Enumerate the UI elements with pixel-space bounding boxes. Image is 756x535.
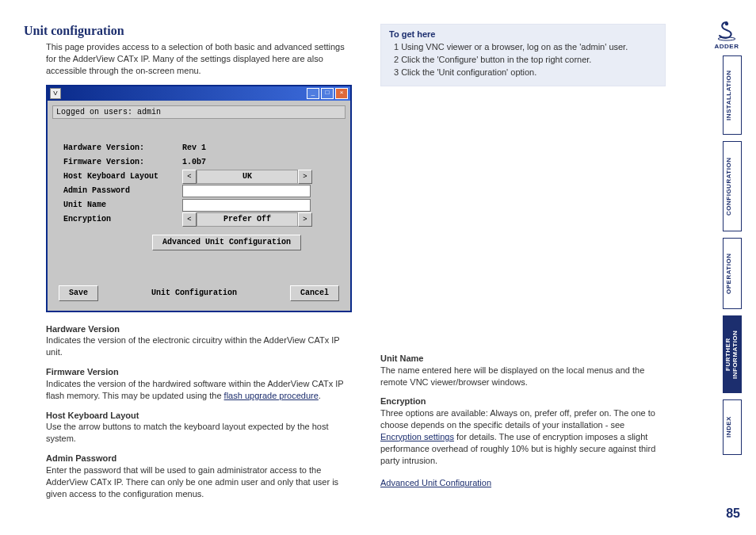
close-button[interactable]: ×: [335, 88, 348, 99]
hw-version-label: Hardware Version:: [63, 143, 182, 152]
nav-further-a: FURTHER: [724, 338, 731, 371]
step-2: 2 Click the 'Configure' button in the to…: [394, 54, 657, 67]
enc-next-button[interactable]: >: [298, 212, 312, 227]
intro-text: This page provides access to a selection…: [46, 41, 357, 77]
pw-desc-heading: Admin Password: [46, 453, 357, 464]
cancel-button[interactable]: Cancel: [290, 285, 339, 301]
nav-further-information[interactable]: FURTHERINFORMATION: [723, 315, 742, 393]
unit-name-desc-heading: Unit Name: [380, 353, 666, 365]
kb-layout-label: Host Keyboard Layout: [63, 172, 182, 181]
step-3: 3 Click the 'Unit configuration' option.: [394, 67, 657, 79]
hw-desc-text: Indicates the version of the electronic …: [46, 334, 357, 358]
save-button[interactable]: Save: [59, 285, 98, 301]
encryption-desc-heading: Encryption: [380, 396, 666, 407]
kb-prev-button[interactable]: <: [182, 170, 197, 184]
fw-version-label: Firmware Version:: [63, 158, 182, 166]
kb-next-button[interactable]: >: [298, 170, 312, 184]
fw-desc-text: Indicates the version of the hardwired s…: [46, 378, 357, 402]
brand-text: ADDER: [708, 43, 745, 50]
svg-point-0: [725, 22, 728, 25]
config-window: V _ □ × Logged on users: admin Hardware …: [46, 85, 352, 312]
hw-version-value: Rev 1: [182, 143, 206, 152]
unit-name-label: Unit Name: [63, 201, 182, 209]
nav-installation[interactable]: INSTALLATION: [723, 55, 742, 135]
fw-desc-text-2: .: [319, 391, 321, 400]
encryption-settings-link[interactable]: Encryption settings: [380, 432, 454, 441]
side-nav: INSTALLATION CONFIGURATION OPERATION FUR…: [723, 55, 742, 455]
advanced-config-button[interactable]: Advanced Unit Configuration: [152, 235, 301, 250]
nav-operation[interactable]: OPERATION: [723, 238, 742, 309]
nav-index[interactable]: INDEX: [723, 399, 742, 455]
window-icon: V: [50, 88, 61, 99]
to-get-here-heading: To get here: [389, 29, 657, 39]
snake-icon: [715, 21, 739, 41]
admin-password-label: Admin Password: [63, 186, 182, 195]
maximize-button[interactable]: □: [321, 88, 334, 99]
enc-prev-button[interactable]: <: [182, 212, 197, 227]
brand-logo: ADDER: [708, 21, 745, 50]
encryption-label: Encryption: [63, 215, 182, 224]
minimize-button[interactable]: _: [307, 88, 319, 99]
fw-desc-heading: Firmware Version: [46, 366, 357, 378]
nav-configuration[interactable]: CONFIGURATION: [723, 141, 742, 231]
titlebar: V _ □ ×: [48, 86, 350, 101]
fw-version-value: 1.0b7: [182, 158, 206, 166]
step-1: 1 Using VNC viewer or a browser, log on …: [394, 41, 657, 54]
kb-desc-text: Use the arrow buttons to match the keybo…: [46, 421, 357, 445]
nav-further-b: INFORMATION: [731, 330, 739, 378]
flash-upgrade-link[interactable]: flash upgrade procedure: [224, 391, 319, 400]
advanced-unit-config-link[interactable]: Advanced Unit Configuration: [380, 477, 491, 489]
unit-name-desc-text: The name entered here will be displayed …: [380, 365, 666, 388]
encryption-value: Prefer Off: [197, 212, 298, 227]
page-title: Unit configuration: [24, 24, 357, 38]
to-get-here-box: To get here 1 Using VNC viewer or a brow…: [380, 24, 666, 86]
status-line: Logged on users: admin: [52, 105, 346, 119]
encryption-desc-text-1: Three options are available: Always on, …: [380, 408, 655, 430]
kb-desc-heading: Host Keyboard Layout: [46, 410, 357, 422]
page-number: 85: [726, 506, 740, 521]
pw-desc-text: Enter the password that will be used to …: [46, 464, 357, 500]
encryption-desc-text: Three options are available: Always on, …: [380, 407, 666, 466]
hw-desc-heading: Hardware Version: [46, 323, 357, 335]
kb-layout-value: UK: [197, 170, 298, 184]
unit-name-input[interactable]: [182, 199, 311, 212]
admin-password-input[interactable]: [182, 185, 311, 197]
window-footer-title: Unit Configuration: [151, 289, 237, 297]
